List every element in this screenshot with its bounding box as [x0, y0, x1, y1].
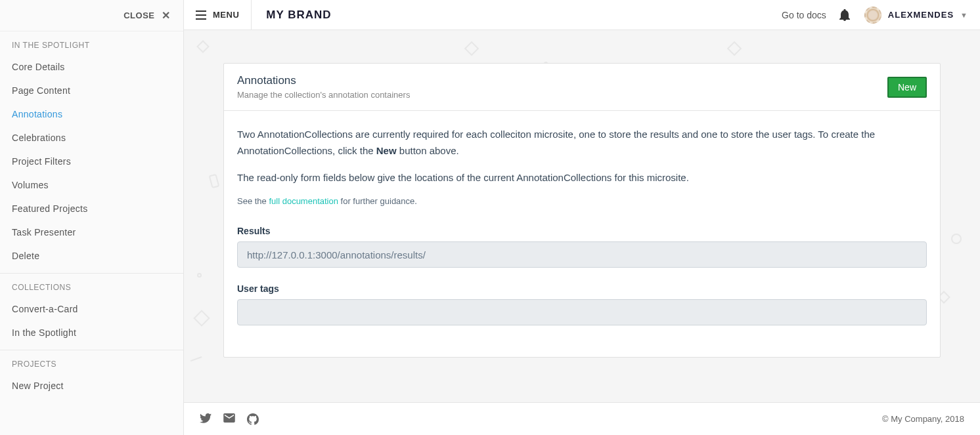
sidebar-item-task-presenter[interactable]: Task Presenter — [0, 220, 183, 244]
user-menu[interactable]: ALEXMENDES ▼ — [864, 7, 968, 24]
annotations-card: Annotations Manage the collection's anno… — [223, 63, 941, 358]
topbar: MENU MY BRAND Go to docs ALEXMENDES ▼ — [184, 0, 980, 30]
menu-label: MENU — [213, 10, 239, 20]
docs-link[interactable]: Go to docs — [782, 10, 826, 20]
description-paragraph-1: Two AnnotationCollections are currently … — [237, 127, 927, 159]
github-icon[interactable] — [247, 413, 259, 425]
sidebar-section-title: PROJECTS — [0, 350, 183, 374]
card-subtitle: Manage the collection's annotation conta… — [237, 90, 410, 100]
sidebar-item-in-the-spotlight[interactable]: In the Spotlight — [0, 321, 183, 344]
description-paragraph-2: The read-only form fields below give the… — [237, 170, 927, 186]
sidebar-item-core-details[interactable]: Core Details — [0, 55, 183, 79]
card-title: Annotations — [237, 74, 410, 87]
results-field[interactable] — [237, 241, 927, 268]
user-tags-field[interactable] — [237, 299, 927, 325]
close-sidebar-button[interactable]: CLOSE ✕ — [0, 0, 183, 31]
content-scroll[interactable]: Annotations Manage the collection's anno… — [184, 30, 980, 402]
hamburger-icon — [196, 10, 206, 20]
notifications-icon[interactable] — [839, 9, 850, 21]
twitter-icon[interactable] — [200, 413, 212, 425]
sidebar-section-title: IN THE SPOTLIGHT — [0, 31, 183, 55]
sidebar-item-volumes[interactable]: Volumes — [0, 173, 183, 197]
sidebar: CLOSE ✕ IN THE SPOTLIGHT Core Details Pa… — [0, 0, 184, 435]
documentation-hint: See the full documentation for further g… — [237, 196, 927, 206]
sidebar-item-project-filters[interactable]: Project Filters — [0, 150, 183, 173]
close-icon: ✕ — [162, 9, 171, 22]
sidebar-item-delete[interactable]: Delete — [0, 244, 183, 268]
footer: © My Company, 2018 — [184, 402, 980, 435]
user-tags-label: User tags — [237, 283, 927, 294]
username: ALEXMENDES — [888, 10, 954, 20]
menu-toggle-button[interactable]: MENU — [184, 0, 252, 30]
copyright: © My Company, 2018 — [882, 414, 964, 424]
avatar — [864, 7, 881, 24]
sidebar-item-annotations[interactable]: Annotations — [0, 102, 183, 126]
sidebar-section-title: COLLECTIONS — [0, 274, 183, 297]
email-icon[interactable] — [223, 413, 235, 425]
sidebar-item-convert-a-card[interactable]: Convert-a-Card — [0, 297, 183, 321]
sidebar-item-page-content[interactable]: Page Content — [0, 79, 183, 102]
brand-title: MY BRAND — [266, 9, 331, 22]
full-documentation-link[interactable]: full documentation — [269, 196, 338, 206]
sidebar-item-featured-projects[interactable]: Featured Projects — [0, 197, 183, 220]
new-button[interactable]: New — [887, 77, 927, 98]
sidebar-item-new-project[interactable]: New Project — [0, 374, 183, 398]
results-label: Results — [237, 226, 927, 236]
chevron-down-icon: ▼ — [960, 11, 968, 19]
sidebar-item-celebrations[interactable]: Celebrations — [0, 126, 183, 150]
close-label: CLOSE — [123, 10, 154, 20]
